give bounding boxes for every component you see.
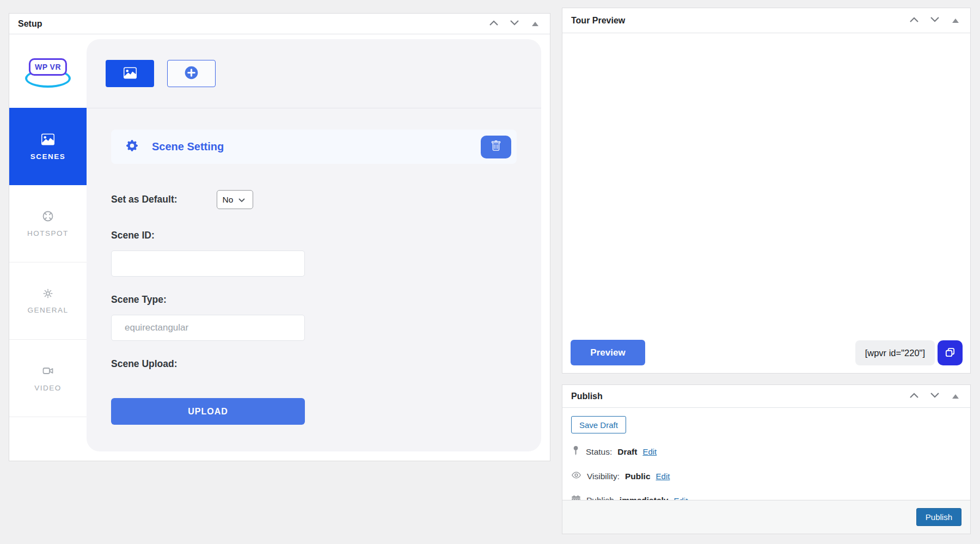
pin-icon xyxy=(571,445,580,458)
move-up-button[interactable] xyxy=(487,17,501,31)
triangle-up-icon xyxy=(532,22,538,26)
sidebar-item-video[interactable]: VIDEO xyxy=(9,340,87,417)
sidebar-item-scenes[interactable]: SCENES xyxy=(9,108,87,185)
panel-title: Tour Preview xyxy=(571,16,907,26)
sidebar-item-label: GENERAL xyxy=(27,306,68,314)
scene-setting-title: Scene Setting xyxy=(152,140,224,153)
publish-footer: Publish xyxy=(562,500,970,534)
visibility-label: Visibility: xyxy=(587,472,620,481)
move-up-button[interactable] xyxy=(907,14,921,28)
tour-preview-header: Tour Preview xyxy=(562,8,970,33)
scene-upload-label: Scene Upload: xyxy=(111,358,517,370)
set-as-default-label: Set as Default: xyxy=(111,194,177,205)
status-row: Status: Draft Edit xyxy=(571,445,961,458)
add-scene-button[interactable] xyxy=(167,60,216,87)
chevron-up-icon xyxy=(488,20,499,28)
setup-panel-header: Setup xyxy=(9,14,550,34)
sidebar-item-label: SCENES xyxy=(30,152,66,161)
move-down-button[interactable] xyxy=(507,17,522,31)
scene-id-input[interactable] xyxy=(111,250,305,277)
chevron-up-icon xyxy=(909,392,920,400)
publish-panel: Publish Save Draft Status: Draft Edit xyxy=(562,384,971,534)
eye-icon xyxy=(571,470,581,482)
chevron-up-icon xyxy=(909,16,920,25)
chevron-down-icon xyxy=(929,392,940,400)
copy-icon xyxy=(944,346,956,360)
upload-button[interactable]: UPLOAD xyxy=(111,398,305,425)
setup-panel: Setup WP VR xyxy=(9,13,550,461)
scene-tab-button[interactable] xyxy=(106,60,154,87)
delete-scene-button[interactable] xyxy=(481,136,511,158)
move-down-button[interactable] xyxy=(928,14,942,28)
panel-title: Publish xyxy=(571,392,907,401)
toggle-panel-button[interactable] xyxy=(948,389,963,404)
visibility-value: Public xyxy=(625,472,651,481)
copy-shortcode-button[interactable] xyxy=(938,340,963,365)
toggle-panel-button[interactable] xyxy=(948,14,963,28)
scene-setting-header: Scene Setting xyxy=(111,130,517,164)
scene-editor-area: Scene Setting Set as Default: xyxy=(87,39,541,451)
target-icon xyxy=(41,210,54,223)
move-down-button[interactable] xyxy=(928,389,942,404)
shortcode-text: [wpvr id="220"] xyxy=(855,340,935,365)
scene-id-label: Scene ID: xyxy=(111,230,517,241)
wpvr-logo: WP VR xyxy=(9,34,87,108)
trash-icon xyxy=(491,140,501,153)
triangle-up-icon xyxy=(952,394,959,399)
select-value: No xyxy=(223,195,234,205)
scene-type-input[interactable] xyxy=(111,315,305,341)
edit-status-link[interactable]: Edit xyxy=(642,447,657,456)
chevron-down-icon xyxy=(238,195,245,205)
move-up-button[interactable] xyxy=(907,389,921,404)
scene-tabs-row xyxy=(87,39,541,108)
sidebar-item-label: VIDEO xyxy=(34,384,62,392)
scene-type-label: Scene Type: xyxy=(111,294,517,305)
status-label: Status: xyxy=(586,447,612,457)
sidebar-item-hotspot[interactable]: HOTSPOT xyxy=(9,185,87,262)
toggle-panel-button[interactable] xyxy=(528,17,542,31)
visibility-row: Visibility: Public Edit xyxy=(571,470,961,482)
panel-title: Setup xyxy=(18,19,487,29)
sidebar-item-general[interactable]: GENERAL xyxy=(9,262,87,340)
image-icon xyxy=(41,133,54,146)
preview-button[interactable]: Preview xyxy=(571,340,645,365)
status-value: Draft xyxy=(617,447,637,457)
logo-text: WP VR xyxy=(29,58,67,76)
chevron-down-icon xyxy=(509,20,520,28)
tour-preview-canvas: Preview [wpvr id="220"] xyxy=(562,33,970,373)
triangle-up-icon xyxy=(952,19,959,23)
video-camera-icon xyxy=(41,364,54,377)
plus-circle-icon xyxy=(184,65,199,82)
publish-header: Publish xyxy=(562,385,970,408)
save-draft-button[interactable]: Save Draft xyxy=(571,416,626,433)
set-as-default-select[interactable]: No xyxy=(217,190,253,209)
tour-preview-panel: Tour Preview Preview [wpvr id="220"] xyxy=(562,8,971,374)
setup-sidebar: WP VR SCENES HO xyxy=(9,34,87,461)
sidebar-item-label: HOTSPOT xyxy=(27,229,69,237)
chevron-down-icon xyxy=(929,16,940,25)
image-icon xyxy=(124,66,137,81)
edit-visibility-link[interactable]: Edit xyxy=(656,472,670,481)
gear-icon xyxy=(126,140,138,154)
gear-icon xyxy=(42,288,54,299)
publish-button[interactable]: Publish xyxy=(916,508,961,526)
